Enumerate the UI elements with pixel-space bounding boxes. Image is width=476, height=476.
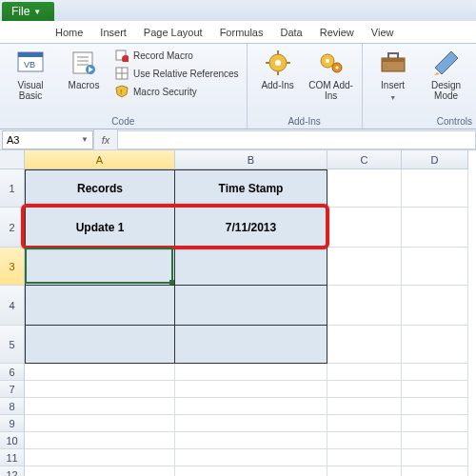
shield-icon: !	[114, 84, 129, 99]
svg-point-23	[326, 59, 329, 63]
svg-text:VB: VB	[24, 60, 35, 69]
cell[interactable]	[402, 364, 468, 381]
cell[interactable]	[327, 415, 402, 432]
cell[interactable]	[25, 326, 175, 364]
cell[interactable]	[327, 449, 402, 466]
macros-button[interactable]: Macros	[61, 48, 107, 90]
file-tab[interactable]: File ▼	[2, 2, 54, 21]
formula-input[interactable]	[118, 130, 476, 149]
tab-pagelayout[interactable]: Page Layout	[136, 23, 210, 42]
column-header[interactable]: A	[25, 150, 175, 169]
cell[interactable]	[402, 432, 468, 449]
row-header[interactable]: 3	[0, 248, 25, 286]
chevron-down-icon: ▼	[389, 92, 396, 103]
cell[interactable]	[327, 208, 402, 248]
cell[interactable]	[175, 466, 327, 476]
row-header[interactable]: 8	[0, 398, 25, 415]
svg-rect-1	[18, 52, 43, 57]
cell[interactable]: Records	[25, 169, 175, 208]
row-header[interactable]: 1	[0, 169, 25, 208]
design-mode-label: Design Mode	[424, 80, 469, 101]
visual-basic-icon: VB	[15, 48, 46, 78]
row-header[interactable]: 2	[0, 208, 25, 248]
macro-security-button[interactable]: ! Macro Security	[114, 84, 239, 99]
tab-review[interactable]: Review	[312, 23, 362, 42]
tab-view[interactable]: View	[364, 23, 402, 42]
row-header[interactable]: 7	[0, 381, 25, 398]
cell[interactable]	[25, 286, 175, 326]
cell[interactable]	[25, 432, 175, 449]
cell[interactable]	[402, 169, 468, 208]
cell[interactable]	[25, 415, 175, 432]
cell[interactable]	[25, 248, 175, 286]
cell[interactable]	[25, 398, 175, 415]
design-mode-button[interactable]: Design Mode	[424, 48, 469, 101]
tab-home[interactable]: Home	[48, 23, 90, 42]
row-header[interactable]: 5	[0, 326, 25, 364]
cell[interactable]	[402, 326, 468, 364]
com-addins-button[interactable]: COM Add-Ins	[308, 48, 354, 101]
macros-label: Macros	[69, 80, 100, 90]
cell[interactable]	[175, 381, 327, 398]
row-header[interactable]: 10	[0, 432, 25, 449]
cell[interactable]: Time Stamp	[175, 169, 327, 208]
cell[interactable]	[175, 449, 327, 466]
addins-button[interactable]: Add-Ins	[255, 48, 301, 90]
column-header[interactable]: B	[175, 150, 327, 169]
name-box[interactable]: A3 ▼	[2, 130, 93, 149]
tab-insert[interactable]: Insert	[92, 23, 134, 42]
cell[interactable]	[402, 449, 468, 466]
cell[interactable]	[25, 466, 175, 476]
cell[interactable]	[402, 398, 468, 415]
select-all-corner[interactable]	[0, 150, 25, 169]
column-header[interactable]: C	[327, 150, 402, 169]
visual-basic-button[interactable]: VB Visual Basic	[8, 48, 53, 101]
column-header[interactable]: D	[402, 150, 468, 169]
cell[interactable]	[402, 248, 468, 286]
cell[interactable]	[175, 415, 327, 432]
row-header[interactable]: 4	[0, 286, 25, 326]
cell[interactable]	[25, 381, 175, 398]
tab-formulas[interactable]: Formulas	[212, 23, 271, 42]
fx-button[interactable]: fx	[93, 129, 118, 149]
cell[interactable]: 7/11/2013	[175, 208, 327, 248]
row-header[interactable]: 9	[0, 415, 25, 432]
cell[interactable]	[402, 208, 468, 248]
row-header[interactable]: 6	[0, 364, 25, 381]
ribbon-tabs: Home Insert Page Layout Formulas Data Re…	[0, 21, 476, 44]
record-macro-button[interactable]: Record Macro	[114, 48, 239, 63]
cell[interactable]	[175, 432, 327, 449]
gears-icon	[316, 48, 347, 78]
insert-button[interactable]: Insert ▼	[370, 48, 416, 103]
cell[interactable]	[327, 364, 402, 381]
relative-refs-button[interactable]: Use Relative References	[114, 66, 239, 81]
cell[interactable]	[327, 326, 402, 364]
cell[interactable]	[327, 381, 402, 398]
svg-marker-29	[434, 72, 440, 75]
cell[interactable]	[402, 286, 468, 326]
row-header[interactable]: 12	[0, 466, 25, 476]
toolbox-icon	[378, 48, 408, 78]
cell[interactable]	[175, 286, 327, 326]
cell[interactable]	[327, 466, 402, 476]
formula-bar: A3 ▼ fx	[0, 129, 476, 150]
cell[interactable]	[402, 381, 468, 398]
cell[interactable]	[327, 169, 402, 208]
cell[interactable]	[175, 398, 327, 415]
cell[interactable]	[175, 364, 327, 381]
row-header[interactable]: 11	[0, 449, 25, 466]
cell[interactable]: Update 1	[25, 208, 175, 248]
group-code-label: Code	[8, 114, 239, 127]
cell[interactable]	[327, 286, 402, 326]
cell[interactable]	[402, 415, 468, 432]
cell[interactable]	[402, 466, 468, 476]
tab-data[interactable]: Data	[272, 23, 309, 42]
cell[interactable]	[327, 432, 402, 449]
cell[interactable]	[327, 248, 402, 286]
cell[interactable]	[175, 326, 327, 364]
group-addins-label: Add-Ins	[255, 114, 354, 127]
cell[interactable]	[25, 364, 175, 381]
cell[interactable]	[175, 248, 327, 286]
cell[interactable]	[327, 398, 402, 415]
cell[interactable]	[25, 449, 175, 466]
